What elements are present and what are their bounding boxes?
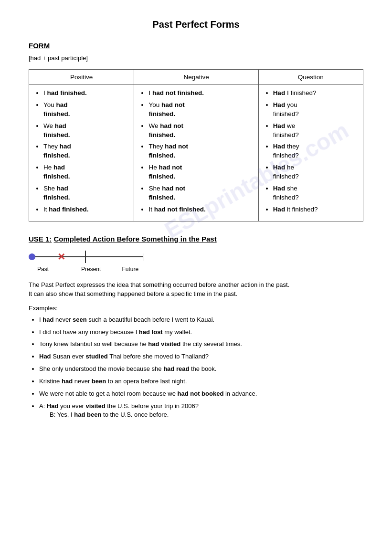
use1-label: USE 1: bbox=[29, 235, 52, 243]
use1-section: USE 1: Completed Action Before Something… bbox=[29, 235, 363, 420]
list-item: Had theyfinished? bbox=[273, 142, 357, 160]
list-item: He hadfinished. bbox=[43, 163, 128, 181]
header-question: Question bbox=[258, 70, 363, 85]
timeline-vertical-line bbox=[85, 251, 86, 263]
list-item: Had Susan ever studied Thai before she m… bbox=[39, 352, 363, 361]
list-item: They hadfinished. bbox=[43, 142, 128, 160]
list-item: Had hefinished? bbox=[273, 163, 357, 181]
list-item: He had notfinished. bbox=[148, 163, 252, 181]
list-item: Had shefinished? bbox=[273, 184, 357, 202]
list-item: Tony knew Istanbul so well because he ha… bbox=[39, 340, 363, 349]
timeline-labels: Past Present Future bbox=[29, 266, 172, 273]
question-column: Had I finished? Had youfinished? Had wef… bbox=[258, 85, 363, 221]
page-title: Past Perfect Forms bbox=[29, 19, 363, 30]
list-item: We had notfinished. bbox=[148, 122, 252, 140]
list-item: Kristine had never been to an opera befo… bbox=[39, 377, 363, 386]
timeline-arrow-end: │ bbox=[142, 253, 146, 260]
list-item: You had notfinished. bbox=[148, 101, 252, 119]
list-item: I had not finished. bbox=[148, 89, 252, 98]
list-item: We were not able to get a hotel room bec… bbox=[39, 390, 363, 399]
timeline-dot bbox=[29, 253, 35, 260]
header-positive: Positive bbox=[29, 70, 134, 85]
list-item: She only understood the movie because sh… bbox=[39, 365, 363, 374]
list-item: We hadfinished. bbox=[43, 122, 128, 140]
list-item: I did not have any money because I had l… bbox=[39, 328, 363, 337]
use1-description1: The Past Perfect expresses the idea that… bbox=[29, 280, 363, 299]
list-item: It had not finished. bbox=[148, 205, 252, 214]
list-item: Had I finished? bbox=[273, 89, 357, 98]
negative-column: I had not finished. You had notfinished.… bbox=[134, 85, 258, 221]
timeline-line bbox=[29, 256, 143, 257]
timeline-past-label: Past bbox=[37, 266, 49, 273]
examples-label: Examples: bbox=[29, 305, 363, 312]
list-item: She had notfinished. bbox=[148, 184, 252, 202]
list-item: I had finished. bbox=[43, 89, 128, 98]
list-item: Had youfinished? bbox=[273, 101, 357, 119]
list-item: A: Had you ever visited the U.S. before … bbox=[39, 402, 363, 420]
list-item: Had wefinished? bbox=[273, 122, 357, 140]
list-item: It had finished. bbox=[43, 205, 128, 214]
formula-text: [had + past participle] bbox=[29, 54, 363, 62]
list-item: They had notfinished. bbox=[148, 142, 252, 160]
list-item: She hadfinished. bbox=[43, 184, 128, 202]
list-item: You hadfinished. bbox=[43, 101, 128, 119]
use1-title-underline: Completed Action Before Something in the… bbox=[54, 235, 217, 243]
timeline-future-label: Future bbox=[122, 266, 138, 273]
timeline-present-label: Present bbox=[81, 266, 101, 273]
list-item: I had never seen such a beautiful beach … bbox=[39, 316, 363, 325]
list-item: Had it finished? bbox=[273, 205, 357, 214]
use1-title: USE 1: Completed Action Before Something… bbox=[29, 235, 363, 243]
timeline-container: ✕ │ bbox=[29, 250, 172, 264]
sub-item-b: B: Yes, I had been to the U.S. once befo… bbox=[50, 411, 363, 420]
timeline-x-mark: ✕ bbox=[57, 252, 65, 262]
positive-column: I had finished. You hadfinished. We hadf… bbox=[29, 85, 134, 221]
timeline: ✕ │ Past Present Future bbox=[29, 250, 363, 273]
examples-list: I had never seen such a beautiful beach … bbox=[29, 316, 363, 420]
form-label: FORM bbox=[29, 42, 363, 50]
header-negative: Negative bbox=[134, 70, 258, 85]
conjugation-table: Positive Negative Question I had finishe… bbox=[29, 69, 363, 221]
